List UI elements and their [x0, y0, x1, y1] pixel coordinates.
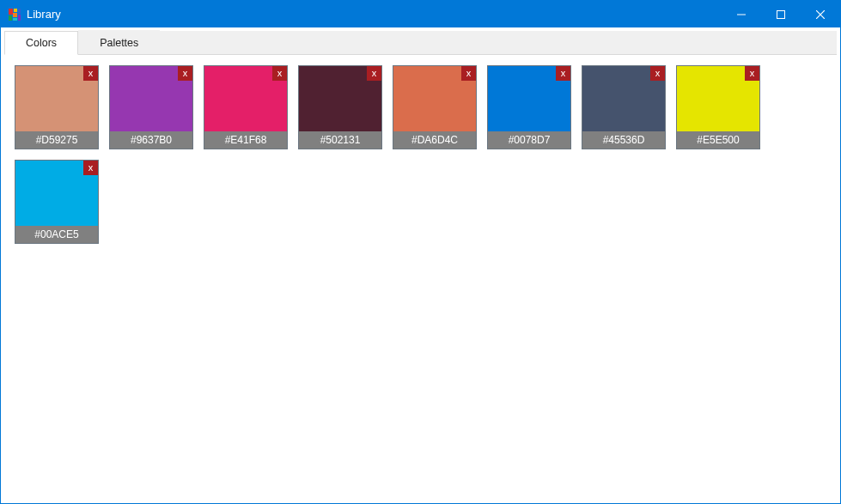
swatch-delete-button[interactable]: x: [83, 161, 98, 175]
swatch-hex-label: #9637B0: [110, 131, 192, 149]
swatch-hex-label: #502131: [299, 131, 381, 149]
swatch-hex-label: #00ACE5: [15, 226, 98, 243]
swatch-hex-label: #DA6D4C: [393, 131, 476, 149]
main-window: Library Colors Palettes x#D59275x#9637B0…: [0, 0, 841, 504]
app-icon: [8, 8, 21, 21]
titlebar[interactable]: Library: [1, 1, 840, 27]
svg-rect-5: [18, 15, 21, 21]
svg-rect-2: [18, 9, 21, 14]
svg-rect-6: [13, 18, 17, 21]
swatch-grid: x#D59275x#9637B0x#E41F68x#502131x#DA6D4C…: [15, 65, 826, 244]
tab-label: Palettes: [100, 37, 138, 49]
color-swatch[interactable]: x#9637B0: [109, 65, 193, 149]
swatch-delete-button[interactable]: x: [272, 66, 287, 81]
swatch-delete-button[interactable]: x: [83, 66, 98, 81]
tab-colors[interactable]: Colors: [4, 31, 78, 55]
client-area: Colors Palettes x#D59275x#9637B0x#E41F68…: [1, 27, 840, 503]
swatch-delete-button[interactable]: x: [461, 66, 476, 81]
color-swatch[interactable]: x#E5E500: [676, 65, 760, 149]
svg-rect-4: [13, 13, 17, 17]
swatch-delete-button[interactable]: x: [556, 66, 570, 81]
swatch-hex-label: #45536D: [582, 131, 665, 149]
maximize-button[interactable]: [761, 1, 801, 27]
tab-label: Colors: [26, 37, 57, 49]
svg-rect-0: [9, 9, 13, 15]
color-swatch[interactable]: x#DA6D4C: [393, 65, 477, 149]
close-window-button[interactable]: [801, 1, 840, 27]
swatch-hex-label: #D59275: [15, 131, 98, 149]
swatch-hex-label: #E5E500: [677, 131, 759, 149]
tab-content-colors: x#D59275x#9637B0x#E41F68x#502131x#DA6D4C…: [4, 55, 837, 500]
window-title: Library: [27, 8, 61, 21]
swatch-hex-label: #E41F68: [204, 131, 287, 149]
svg-rect-1: [14, 9, 17, 12]
swatch-delete-button[interactable]: x: [178, 66, 192, 81]
swatch-hex-label: #0078D7: [488, 131, 570, 149]
svg-rect-8: [777, 10, 785, 18]
color-swatch[interactable]: x#00ACE5: [15, 160, 99, 244]
color-swatch[interactable]: x#0078D7: [487, 65, 571, 149]
swatch-delete-button[interactable]: x: [650, 66, 665, 81]
color-swatch[interactable]: x#45536D: [582, 65, 666, 149]
minimize-button[interactable]: [722, 1, 761, 27]
color-swatch[interactable]: x#502131: [298, 65, 382, 149]
swatch-delete-button[interactable]: x: [367, 66, 381, 81]
color-swatch[interactable]: x#D59275: [15, 65, 99, 149]
color-swatch[interactable]: x#E41F68: [204, 65, 288, 149]
tab-palettes[interactable]: Palettes: [78, 30, 160, 54]
swatch-delete-button[interactable]: x: [745, 66, 759, 81]
tabstrip: Colors Palettes: [4, 31, 837, 55]
svg-rect-3: [9, 15, 12, 21]
